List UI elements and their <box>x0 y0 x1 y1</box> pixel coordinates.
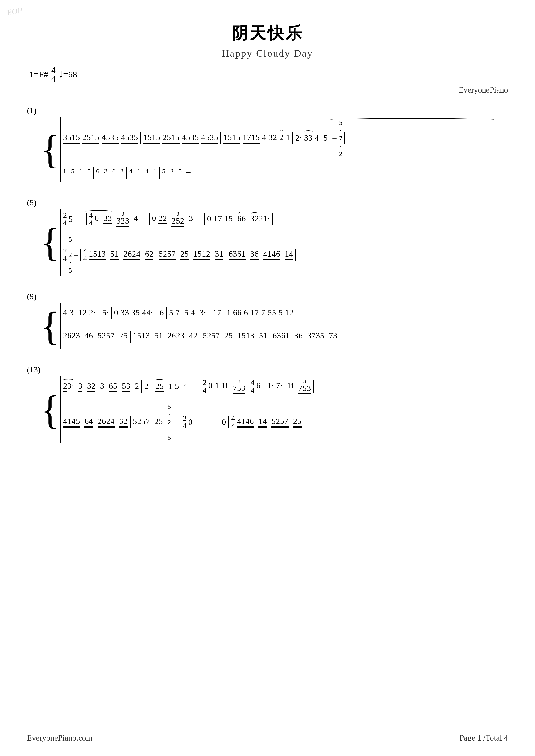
m11-bass: 5257 25 1513 51 <box>203 331 268 342</box>
staves-col-2: 2 4 5 – 4 4 0 33 <box>63 209 508 276</box>
system-number-4: (13) <box>27 365 508 374</box>
treble-staff-4: 23· 3 32 3 65 53 2 2 <box>63 376 508 396</box>
time-signature: 4 4 <box>51 66 56 83</box>
m15-bass: 0 0 <box>188 418 226 427</box>
time-sig-4-4c: 4 4 <box>83 247 87 262</box>
bar-15 <box>248 380 248 393</box>
bar-3 <box>292 132 293 144</box>
bar-11 <box>224 307 224 319</box>
m1-bass: 1· · 5· · 1· · 5· · <box>63 167 91 179</box>
system-2-staves: { 2 4 5 – <box>41 209 508 276</box>
bar-b3 <box>159 167 160 179</box>
bar-12 <box>296 307 296 319</box>
bar-9 <box>111 307 112 319</box>
m4-treble: 2· 33 4 5 – <box>295 133 337 144</box>
bar-b5 <box>80 249 81 261</box>
bar-8 <box>272 213 272 225</box>
brace-2: { <box>41 209 60 276</box>
bar-b12 <box>340 331 340 343</box>
vert-line-4 <box>60 376 61 444</box>
bar-b7 <box>226 249 226 261</box>
time-sig-2-4d: 2 4 <box>183 415 186 430</box>
bass-staff-3: 2623 46 5257 25 1513 51 2623 42 <box>63 328 508 345</box>
bar-10 <box>166 307 167 319</box>
system-3-staves: { 4 3 12 2· 5· 0 33 35 44· 6 5 <box>41 303 508 349</box>
m5-treble: 5 – <box>69 214 84 224</box>
bar-6 <box>149 213 150 225</box>
bar-4-end <box>345 132 345 144</box>
chord-5-bass: 5 · 2 · 5 <box>69 235 72 274</box>
bar-b9 <box>130 331 130 343</box>
time-sig-2-4b: 2 4 <box>63 247 67 262</box>
m7-bass: 5257 25 1512 31 <box>159 249 223 260</box>
brace-3: { <box>41 303 60 349</box>
bass-staff-2: 2 4 5 · 2 · 5 – 4 4 <box>63 234 508 276</box>
m15-treble: 0 1 1i 3 753 <box>208 379 245 394</box>
m12-treble: 1 66 6 17 7 55 5 12 <box>227 308 294 318</box>
bar-1 <box>140 132 141 144</box>
bar-13 <box>141 380 142 393</box>
m2-treble: 1515 2515 4535 4535 <box>143 133 218 144</box>
title-chinese: 阴天快乐 <box>27 22 508 44</box>
m12-bass: 6361 36 3735 73 <box>272 331 337 342</box>
bar-5 <box>86 213 87 225</box>
footer-right: Page 1 /Total 4 <box>460 733 508 742</box>
m13-treble: 23· 3 32 3 65 53 2 <box>63 381 139 392</box>
system-2: (5) { 2 4 5 – <box>27 198 508 276</box>
m13-bass: 4145 64 2624 62 <box>63 417 127 428</box>
treble-staff-2: 2 4 5 – 4 4 0 33 <box>63 209 508 229</box>
m8-treble: 0 17 15 66 3221· <box>207 214 269 224</box>
treble-staff-3: 4 3 12 2· 5· 0 33 35 44· 6 5 7 5 4 3· 17… <box>63 303 508 323</box>
vert-line-2 <box>60 209 61 276</box>
bass-staff-1: 1· · 5· · 1· · 5· · 6· · 3· · 6· · 3· · <box>63 164 508 182</box>
tempo-info: ♩=68 <box>57 69 77 80</box>
footer: EveryonePiano.com Page 1 /Total 4 <box>27 733 508 742</box>
m2-bass: 6· · 3· · 6· · 3· · <box>96 167 124 179</box>
system-4: (13) { 23· 3 32 3 <box>27 365 508 444</box>
watermark: EOP <box>6 5 23 18</box>
m6-treble: 0 33 3 323 4 – <box>95 212 147 227</box>
m10-treble: 0 33 35 44· 6 <box>114 308 164 318</box>
meta-line: 1=F# 4 4 ♩=68 <box>29 66 508 83</box>
system-number-3: (9) <box>27 292 508 301</box>
m8-bass: 6361 36 4146 14 <box>229 249 293 260</box>
bar-b13 <box>130 416 130 428</box>
m3-bass: 4· · 1· · 4· · 1· · <box>129 167 157 179</box>
bar-b2 <box>126 167 127 179</box>
key-info: 1=F# <box>29 69 50 80</box>
system-1-staves: { 3515 2515 4535 4535 1515 2515 4535 453… <box>41 117 508 182</box>
bar-14 <box>200 380 200 393</box>
m4-bass: 5· · 2· · 5· · – <box>162 167 190 179</box>
system-number-1: (1) <box>27 106 508 115</box>
bar-b16 <box>304 416 304 428</box>
bar-2 <box>220 132 221 144</box>
brace-4: { <box>41 376 60 444</box>
system-3: (9) { 4 3 12 2· 5· 0 33 35 44· 6 <box>27 292 508 349</box>
bar-b14 <box>180 416 181 428</box>
attribution: EveryonePiano <box>27 85 508 94</box>
brace-1: { <box>41 117 60 182</box>
bar-b4-end <box>193 167 193 179</box>
bar-7 <box>204 213 205 225</box>
m14-bass: 5257 25 5 · 2 · 5 – <box>133 403 178 442</box>
system-1: (1) { 3515 2515 4535 4535 1515 2515 4535… <box>27 106 508 182</box>
m6-bass: 1513 51 2624 62 <box>89 249 154 260</box>
staves-col-3: 4 3 12 2· 5· 0 33 35 44· 6 5 7 5 4 3· 17… <box>63 303 508 349</box>
bar-b10 <box>200 331 200 343</box>
m16-bass: 4146 14 5257 25 <box>237 417 301 428</box>
staves-col-4: 23· 3 32 3 65 53 2 2 <box>63 376 508 444</box>
treble-staff-1: 3515 2515 4535 4535 1515 2515 4535 4535 … <box>63 117 508 160</box>
m14-treble: 2 25 1 5 7 – <box>144 381 198 392</box>
time-sig-2-4: 2 4 <box>63 211 67 227</box>
m10-bass: 1513 51 2623 42 <box>133 331 198 342</box>
m9-treble: 4 3 12 2· 5· <box>63 308 109 318</box>
time-sig-4-4d: 4 4 <box>251 379 254 394</box>
bar-b15 <box>228 416 229 428</box>
bar-b1 <box>93 167 94 179</box>
m11-treble: 5 7 5 4 3· 17 <box>169 308 221 318</box>
bar-b11 <box>269 331 270 343</box>
title-english: Happy Cloudy Day <box>27 48 508 59</box>
time-sig-4-4e: 4 4 <box>231 415 235 430</box>
time-sig-2-4c: 2 4 <box>203 379 207 394</box>
m16-treble: 6 1· 7· 1i 3 753 <box>256 379 311 394</box>
